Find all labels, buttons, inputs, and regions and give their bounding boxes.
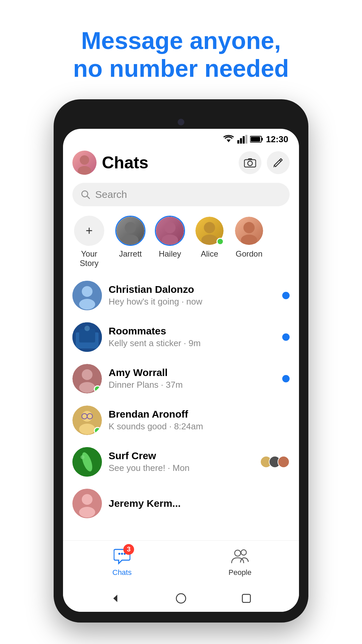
svg-point-30 [84, 326, 90, 331]
story-avatar-wrap-gordon [234, 216, 264, 246]
svg-marker-51 [113, 595, 117, 602]
search-placeholder: Search [95, 189, 127, 200]
chat-info-amy: Amy Worrall Dinner Plans · 37m [109, 367, 276, 390]
svg-point-50 [241, 550, 246, 555]
story-item-alice[interactable]: Alice [194, 216, 225, 268]
svg-rect-53 [242, 594, 250, 602]
chat-name-roommates: Roommates [109, 325, 276, 337]
story-avatar-wrap-hailey [155, 216, 185, 246]
phone-device: 12:30 Chats [54, 99, 308, 623]
chat-item-surf[interactable]: Surf Crew See you there! · Mon [63, 441, 299, 483]
home-button[interactable] [174, 592, 188, 605]
chat-unread-roommates [282, 333, 290, 341]
svg-point-16 [125, 222, 136, 233]
story-online-dot-alice [217, 238, 224, 245]
compose-button[interactable] [267, 151, 290, 174]
svg-point-17 [122, 234, 139, 246]
story-avatar-gordon [234, 216, 264, 246]
story-avatar-wrap-jarrett [115, 216, 145, 246]
svg-line-12 [280, 160, 281, 161]
svg-rect-1 [237, 140, 239, 144]
chat-name-jeremy: Jeremy Kerm... [109, 498, 290, 509]
story-label-gordon: Gordon [236, 249, 262, 259]
story-item-gordon[interactable]: Gordon [234, 216, 264, 268]
story-item-jarrett[interactable]: Jarrett [115, 216, 145, 268]
svg-point-49 [235, 550, 241, 556]
story-item-your-story[interactable]: + Your Story [72, 216, 106, 268]
svg-point-21 [201, 234, 218, 246]
phone-camera [178, 119, 184, 125]
chat-unread-christian [282, 292, 290, 299]
story-label-jarrett: Jarrett [119, 249, 142, 259]
story-label-alice: Alice [201, 249, 218, 259]
search-icon [80, 190, 90, 200]
chat-avatar-jeremy [72, 489, 102, 518]
chat-name-christian: Christian Dalonzo [109, 284, 276, 295]
bottom-nav: 3 Chats People [63, 540, 299, 587]
recents-button[interactable] [240, 592, 253, 605]
nav-item-people[interactable]: People [181, 546, 299, 577]
camera-button[interactable] [239, 151, 261, 174]
chat-info-surf: Surf Crew See you there! · Mon [109, 450, 253, 473]
svg-point-33 [79, 382, 95, 393]
status-icons: 12:30 [223, 134, 289, 145]
chat-item-christian[interactable]: Christian Dalonzo Hey how's it going · n… [63, 275, 299, 316]
svg-rect-6 [261, 138, 263, 141]
page-wrapper: Message anyone,no number needed [0, 0, 362, 644]
chat-unread-amy [282, 375, 290, 382]
svg-point-36 [79, 424, 95, 434]
chat-name-brendan: Brendan Aronoff [109, 409, 290, 420]
svg-rect-7 [251, 137, 260, 142]
headline: Message anyone,no number needed [53, 0, 309, 99]
chat-avatar-roommates [72, 322, 102, 352]
battery-icon [250, 136, 263, 143]
story-add-button[interactable]: + [74, 216, 104, 246]
search-bar-container: Search [63, 180, 299, 212]
svg-point-52 [176, 594, 186, 603]
chat-avatar-christian [72, 281, 102, 310]
chat-item-jeremy[interactable]: Jeremy Kerm... [63, 483, 299, 524]
svg-point-11 [248, 161, 252, 166]
user-avatar[interactable] [72, 151, 97, 175]
chat-avatar-amy [72, 364, 102, 393]
svg-point-46 [118, 553, 120, 555]
nav-icon-wrap-people [230, 546, 250, 566]
camera-icon [244, 158, 256, 168]
chat-preview-amy: Dinner Plans · 37m [109, 380, 276, 390]
recents-icon [242, 594, 251, 603]
chat-avatar-surf [72, 447, 102, 477]
people-nav-icon [231, 548, 249, 564]
story-item-hailey[interactable]: Hailey [155, 216, 185, 268]
svg-point-44 [82, 494, 93, 505]
chat-item-amy[interactable]: Amy Worrall Dinner Plans · 37m [63, 358, 299, 399]
group-mini-avatar-3 [278, 456, 290, 468]
svg-point-25 [82, 286, 93, 297]
nav-item-chats[interactable]: 3 Chats [63, 546, 181, 577]
chat-avatar-brendan [72, 406, 102, 435]
svg-rect-3 [243, 136, 245, 144]
chat-info-christian: Christian Dalonzo Hey how's it going · n… [109, 284, 276, 307]
chat-item-roommates[interactable]: Roommates Kelly sent a sticker · 9m [63, 316, 299, 358]
phone-notch [147, 109, 215, 115]
back-button[interactable] [109, 592, 122, 605]
svg-point-45 [79, 507, 95, 518]
chat-group-avatars-surf [260, 456, 290, 468]
chat-name-amy: Amy Worrall [109, 367, 276, 378]
story-label-hailey: Hailey [159, 249, 181, 259]
chat-online-dot-brendan [94, 427, 101, 434]
svg-point-42 [80, 455, 84, 459]
chat-preview-christian: Hey how's it going · now [109, 297, 276, 307]
chat-info-jeremy: Jeremy Kerm... [109, 498, 290, 509]
svg-point-32 [82, 369, 93, 380]
chat-name-surf: Surf Crew [109, 450, 253, 462]
svg-point-23 [241, 234, 257, 246]
search-bar[interactable]: Search [72, 183, 290, 206]
status-bar: 12:30 [63, 129, 299, 147]
chats-nav-label: Chats [112, 568, 131, 577]
app-title: Chats [102, 153, 233, 172]
chat-item-brendan[interactable]: Brendan Aronoff K sounds good · 8:24am [63, 399, 299, 441]
svg-point-8 [80, 155, 89, 165]
chat-info-brendan: Brendan Aronoff K sounds good · 8:24am [109, 409, 290, 432]
svg-point-20 [204, 222, 215, 233]
chat-preview-brendan: K sounds good · 8:24am [109, 421, 290, 432]
